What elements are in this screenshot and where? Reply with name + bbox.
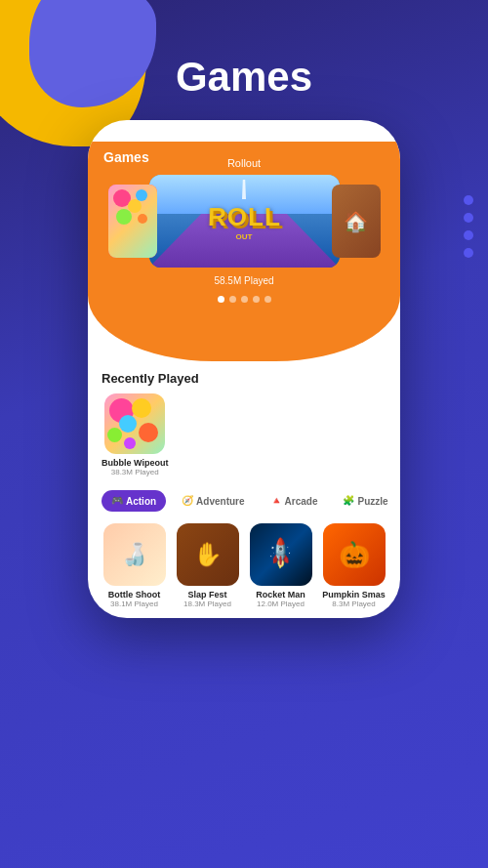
- tab-arcade[interactable]: 🔺 Arcade: [261, 490, 328, 512]
- carousel-dot-5[interactable]: [264, 296, 271, 303]
- phone-notch: [195, 120, 293, 142]
- bubble-wipeout-name: Bubble Wipeout: [102, 458, 168, 468]
- slap-fest-name: Slap Fest: [187, 590, 226, 599]
- carousel-dots: [103, 296, 385, 303]
- carousel-dot-3[interactable]: [241, 296, 248, 303]
- bottle-icon: 🍶: [121, 542, 147, 567]
- pumpkin-smash-name: Pumpkin Smas: [322, 590, 386, 599]
- game-card-pumpkin-smash[interactable]: 🎃 Pumpkin Smas 8.3M Played: [321, 523, 386, 608]
- recently-played-title: Recently Played: [102, 371, 386, 386]
- rocket-man-thumbnail: 🚀: [250, 523, 312, 586]
- dots-decoration: [464, 195, 473, 258]
- phone-body: Recently Played Bubble Wipeout 38.3M Pla…: [88, 371, 400, 608]
- rocket-icon: 🚀: [263, 536, 299, 572]
- featured-plays: 58.5M Played: [103, 275, 385, 286]
- hand-icon: ✋: [193, 541, 223, 568]
- page-title: Games: [0, 0, 488, 101]
- rocket-man-plays: 12.0M Played: [257, 599, 305, 608]
- pumpkin-icon: 🎃: [339, 540, 370, 570]
- game-card-bottle-shoot[interactable]: 🍶 Bottle Shoot 38.1M Played: [102, 523, 167, 608]
- game-card-rocket-man[interactable]: 🚀 Rocket Man 12.0M Played: [248, 523, 313, 608]
- carousel-main-card[interactable]: ROLL OUT: [149, 175, 340, 268]
- carousel-dot-4[interactable]: [253, 296, 260, 303]
- recently-played-list: Bubble Wipeout 38.3M Played: [102, 393, 386, 476]
- rocket-man-name: Rocket Man: [256, 590, 305, 599]
- adventure-icon: 🧭: [182, 495, 193, 507]
- featured-carousel: Rollout ROLL: [103, 175, 385, 268]
- bubble-wipeout-thumbnail: [104, 393, 165, 454]
- tab-action-label: Action: [126, 496, 156, 507]
- featured-game-subtitle: OUT: [236, 232, 253, 241]
- tab-puzzle-label: Puzzle: [357, 496, 387, 507]
- tab-adventure[interactable]: 🧭 Adventure: [172, 490, 254, 512]
- game-grid: 🍶 Bottle Shoot 38.1M Played ✋ Slap Fest …: [102, 523, 386, 608]
- tab-puzzle[interactable]: 🧩 Puzzle: [333, 490, 397, 512]
- category-tabs: 🎮 Action 🧭 Adventure 🔺 Arcade 🧩 Puzzle: [102, 490, 386, 512]
- pumpkin-smash-plays: 8.3M Played: [332, 599, 375, 608]
- carousel-dot-2[interactable]: [229, 296, 236, 303]
- phone-header: Games Rollout: [88, 142, 400, 361]
- arcade-icon: 🔺: [270, 495, 282, 507]
- tab-adventure-label: Adventure: [196, 496, 244, 507]
- phone-mockup: Games Rollout: [88, 120, 400, 618]
- carousel-game-label: Rollout: [227, 157, 261, 169]
- slap-fest-plays: 18.3M Played: [183, 599, 231, 608]
- carousel-side-right[interactable]: 🏠: [332, 185, 381, 258]
- featured-game-title: ROLL: [207, 202, 281, 232]
- carousel-side-left[interactable]: [108, 185, 157, 258]
- action-icon: 🎮: [111, 495, 123, 507]
- pumpkin-smash-thumbnail: 🎃: [323, 523, 386, 586]
- bubble-wipeout-plays: 38.3M Played: [111, 468, 159, 476]
- carousel-dot-1[interactable]: [218, 296, 224, 303]
- puzzle-icon: 🧩: [343, 495, 354, 507]
- game-card-slap-fest[interactable]: ✋ Slap Fest 18.3M Played: [175, 523, 240, 608]
- slap-fest-thumbnail: ✋: [177, 523, 239, 586]
- bottle-shoot-thumbnail: 🍶: [103, 523, 166, 586]
- tab-arcade-label: Arcade: [285, 496, 318, 507]
- bottle-shoot-name: Bottle Shoot: [108, 590, 161, 599]
- bottle-shoot-plays: 38.1M Played: [110, 599, 158, 608]
- tab-action[interactable]: 🎮 Action: [102, 490, 166, 512]
- recent-game-bubble-wipeout[interactable]: Bubble Wipeout 38.3M Played: [102, 393, 168, 476]
